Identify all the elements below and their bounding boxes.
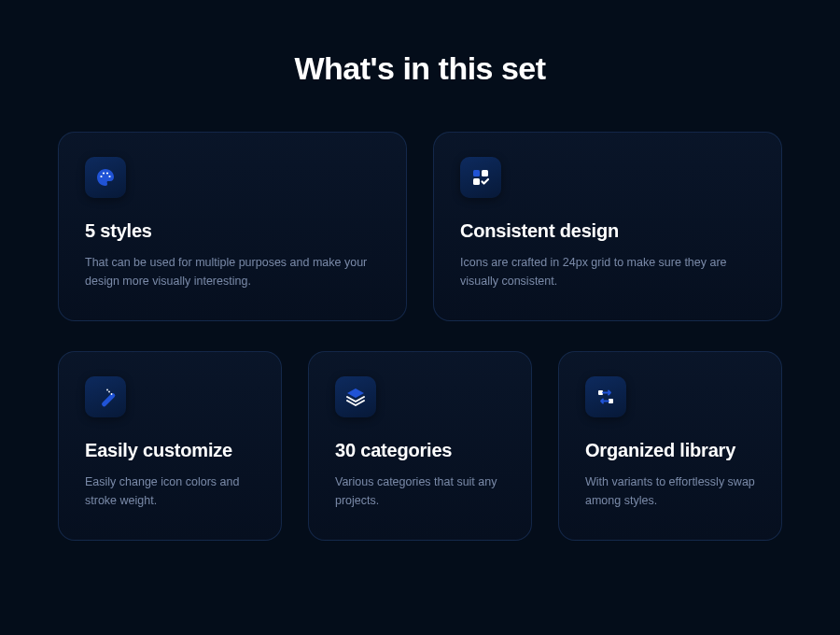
card-description: Easily change icon colors and stroke wei…	[85, 473, 255, 510]
magic-wand-icon	[85, 376, 126, 417]
feature-cards-row1: 5 styles That can be used for multiple p…	[0, 132, 840, 321]
feature-card-categories: 30 categories Various categories that su…	[308, 351, 532, 541]
card-title: Easily customize	[85, 440, 255, 461]
feature-cards-row2: Easily customize Easily change icon colo…	[0, 351, 840, 541]
layers-icon	[335, 376, 376, 417]
svg-rect-7	[101, 392, 116, 407]
feature-card-styles: 5 styles That can be used for multiple p…	[58, 132, 407, 321]
card-title: Consistent design	[460, 220, 755, 242]
card-description: With variants to effortlessly swap among…	[585, 473, 755, 510]
svg-point-2	[106, 172, 108, 174]
palette-icon	[85, 157, 126, 198]
svg-rect-4	[473, 170, 480, 176]
svg-point-10	[106, 389, 108, 391]
svg-point-9	[111, 393, 113, 395]
card-description: Icons are crafted in 24px grid to make s…	[460, 253, 755, 290]
card-title: 5 styles	[85, 220, 380, 242]
svg-point-1	[103, 172, 105, 174]
card-title: 30 categories	[335, 440, 505, 461]
feature-card-organized: Organized library With variants to effor…	[558, 351, 782, 541]
feature-card-consistent: Consistent design Icons are crafted in 2…	[433, 132, 782, 321]
card-description: Various categories that suit any project…	[335, 473, 505, 510]
svg-point-3	[108, 176, 110, 177]
page-title: What's in this set	[0, 0, 840, 132]
card-title: Organized library	[585, 440, 755, 461]
card-description: That can be used for multiple purposes a…	[85, 253, 380, 290]
svg-point-8	[108, 391, 110, 393]
grid-check-icon	[460, 157, 501, 198]
svg-point-0	[100, 176, 102, 177]
svg-rect-5	[482, 170, 488, 176]
svg-rect-6	[473, 178, 480, 185]
flow-icon	[585, 376, 626, 417]
feature-card-customize: Easily customize Easily change icon colo…	[58, 351, 282, 541]
